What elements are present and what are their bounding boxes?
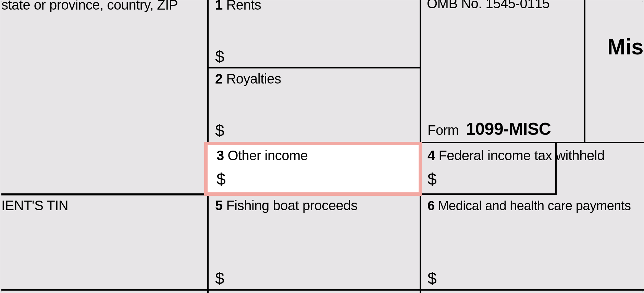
box-label-text: Royalties: [226, 71, 281, 86]
form-word: Form: [428, 123, 459, 138]
box-number: 4: [428, 148, 435, 163]
recipient-tin-label-fragment: IENT'S TIN: [1, 198, 68, 213]
payer-address-fragment: state or province, country, ZIP: [1, 0, 178, 13]
grid-line: [207, 67, 421, 68]
box-number: 1: [215, 0, 223, 12]
dollar-sign: $: [215, 121, 224, 140]
dollar-sign: $: [215, 47, 224, 66]
box-label-text: Medical and health care payments: [438, 199, 631, 213]
box-label-text: Fishing boat proceeds: [226, 198, 357, 213]
box-number: 2: [215, 71, 223, 86]
grid-line: [207, 0, 209, 67]
box-number: 5: [215, 198, 223, 213]
box-label-text: Other income: [227, 148, 308, 163]
box-3-label: 3 Other income: [216, 148, 308, 163]
form-title-fragment: Mis: [607, 34, 643, 60]
grid-line: [1, 289, 644, 291]
dollar-sign: $: [428, 170, 436, 189]
box-1-label: 1 Rents: [215, 0, 261, 13]
grid-line: [420, 0, 421, 142]
grid-line: [207, 67, 209, 142]
box-number: 6: [428, 199, 435, 213]
box-5-label: 5 Fishing boat proceeds: [215, 198, 357, 213]
omb-number-fragment: OMB No. 1545-0115: [427, 0, 549, 11]
dollar-sign: $: [428, 269, 436, 288]
box-6-label: 6 Medical and health care payments: [428, 199, 631, 213]
dollar-sign: $: [216, 170, 225, 189]
dollar-sign: $: [215, 269, 224, 288]
box-label-text: Federal income tax withheld: [438, 148, 605, 163]
box-number: 3: [216, 148, 224, 163]
box-4-label: 4 Federal income tax withheld: [428, 148, 605, 163]
grid-line: [584, 0, 585, 142]
grid-line: [1, 193, 209, 195]
box-2-label: 2 Royalties: [215, 71, 281, 87]
form-number: 1099-MISC: [466, 119, 551, 139]
form-1099-misc-fragment: state or province, country, ZIP IENT'S T…: [0, 0, 644, 293]
box-label-text: Rents: [226, 0, 261, 12]
